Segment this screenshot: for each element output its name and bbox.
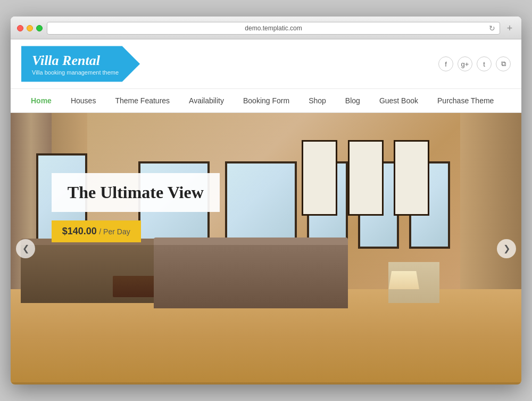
nav-link-theme-features[interactable]: Theme Features: [105, 89, 179, 112]
nav-list: Home Houses Theme Features Availability …: [21, 89, 511, 112]
browser-window: demo.templatic.com ↻ + Villa Rental Vill…: [11, 17, 521, 384]
nav-link-purchase-theme[interactable]: Purchase Theme: [428, 89, 503, 112]
close-button[interactable]: [17, 25, 23, 31]
chevron-right-icon: ❯: [503, 243, 510, 253]
picture-3: [394, 140, 429, 216]
traffic-lights: [17, 25, 43, 31]
picture-1: [302, 140, 337, 216]
nav-link-availability[interactable]: Availability: [179, 89, 234, 112]
sofa-center: [154, 243, 348, 308]
logo-subtitle: Villa booking management theme: [32, 69, 119, 76]
facebook-icon[interactable]: f: [438, 56, 453, 71]
rss-icon[interactable]: ⧉: [496, 56, 511, 71]
nav-item-shop: Shop: [299, 89, 336, 112]
new-tab-button[interactable]: +: [504, 23, 515, 34]
picture-2: [348, 140, 384, 216]
slider-next-button[interactable]: ❯: [497, 239, 516, 258]
social-icons: f g+ t ⧉: [438, 56, 511, 71]
slider-content: The Ultimate View $140.00 / Per Day: [52, 173, 220, 242]
address-text: demo.templatic.com: [245, 24, 302, 32]
wall-right: [460, 113, 521, 290]
slider-title: The Ultimate View: [68, 183, 204, 202]
nav-link-houses[interactable]: Houses: [61, 89, 105, 112]
nav-link-home[interactable]: Home: [21, 89, 61, 112]
nav-item-availability: Availability: [179, 89, 234, 112]
nav-link-booking-form[interactable]: Booking Form: [234, 89, 299, 112]
hero-background: The Ultimate View $140.00 / Per Day ❮ ❯: [11, 113, 521, 384]
price-suffix: / Per Day: [99, 227, 130, 236]
room-scene: [11, 113, 521, 384]
lamp: [388, 271, 419, 290]
nav-link-blog[interactable]: Blog: [336, 89, 370, 112]
site-header: Villa Rental Villa booking management th…: [11, 39, 521, 88]
nav-link-guest-book[interactable]: Guest Book: [370, 89, 428, 112]
nav-item-blog: Blog: [336, 89, 370, 112]
logo-badge: Villa Rental Villa booking management th…: [21, 46, 140, 81]
hero-slider: The Ultimate View $140.00 / Per Day ❮ ❯: [11, 113, 521, 384]
nav-item-home: Home: [21, 89, 61, 112]
slider-title-box: The Ultimate View: [52, 173, 220, 212]
nav-item-guest-book: Guest Book: [370, 89, 428, 112]
nav-item-purchase-theme: Purchase Theme: [428, 89, 503, 112]
logo-title: Villa Rental: [32, 52, 119, 69]
googleplus-icon[interactable]: g+: [458, 56, 472, 71]
browser-chrome: demo.templatic.com ↻ +: [11, 17, 521, 39]
price-amount: $140.00: [62, 226, 97, 236]
twitter-icon[interactable]: t: [477, 56, 492, 71]
logo-area: Villa Rental Villa booking management th…: [21, 46, 140, 81]
slider-bottom-bar: [11, 382, 521, 384]
maximize-button[interactable]: [36, 25, 43, 31]
refresh-icon[interactable]: ↻: [489, 24, 495, 32]
minimize-button[interactable]: [27, 25, 33, 31]
price-badge: $140.00 / Per Day: [52, 220, 141, 242]
nav-item-booking-form: Booking Form: [234, 89, 299, 112]
chevron-left-icon: ❮: [22, 243, 29, 253]
website-content: Villa Rental Villa booking management th…: [11, 39, 521, 384]
nav-item-theme-features: Theme Features: [105, 89, 179, 112]
address-bar[interactable]: demo.templatic.com ↻: [47, 22, 500, 35]
lamp-shade: [388, 271, 419, 290]
slider-prev-button[interactable]: ❮: [16, 239, 35, 258]
site-navigation: Home Houses Theme Features Availability …: [11, 89, 521, 113]
nav-link-shop[interactable]: Shop: [299, 89, 336, 112]
nav-item-houses: Houses: [61, 89, 105, 112]
